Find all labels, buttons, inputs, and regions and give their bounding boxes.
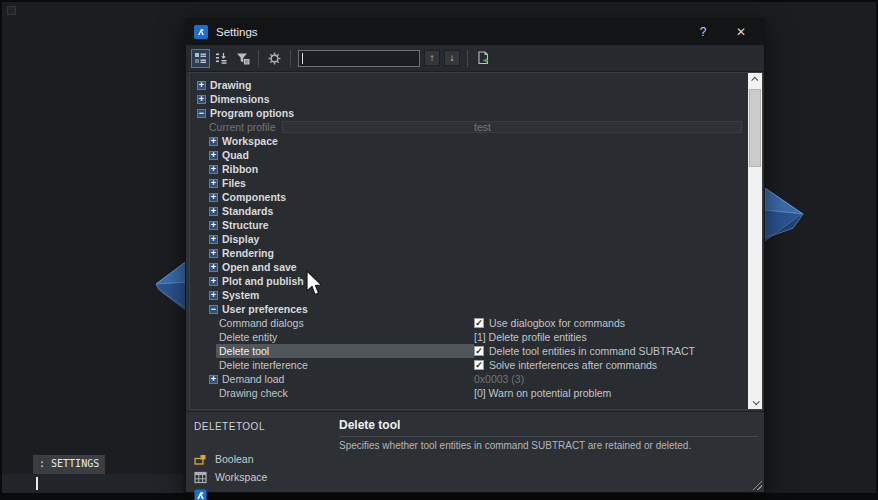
tree-row[interactable]: +Components — [190, 190, 748, 204]
setting-value: test — [474, 120, 491, 134]
checkbox[interactable]: ✓ — [474, 318, 484, 328]
setting-label: Dimensions — [210, 92, 270, 106]
boolean-icon — [194, 453, 207, 466]
find-previous-button[interactable]: ↑ — [424, 50, 440, 66]
search-field-wrap — [298, 50, 420, 67]
setting-label: Open and save — [222, 260, 297, 274]
expand-icon[interactable]: + — [209, 137, 218, 146]
collapse-icon[interactable]: − — [209, 305, 218, 314]
setting-value: Delete tool entities in command SUBTRACT — [489, 344, 695, 358]
setting-label: Quad — [222, 148, 249, 162]
search-caret — [302, 53, 303, 64]
tree-row[interactable]: +Display — [190, 232, 748, 246]
tree-row[interactable]: Delete interference✓Solve interferences … — [190, 358, 748, 372]
command-input-bar[interactable] — [2, 474, 183, 493]
resize-grip[interactable] — [753, 481, 762, 490]
filter-button[interactable] — [233, 49, 252, 68]
tree-row[interactable]: Delete tool✓Delete tool entities in comm… — [190, 344, 748, 358]
cad-canvas[interactable]: : SETTINGS Settings ? ✕ — [2, 2, 876, 493]
setting-value: [1] Delete profile entities — [474, 330, 587, 344]
tree-row[interactable]: +Standards — [190, 204, 748, 218]
tree-row[interactable]: Current profiletest — [190, 120, 748, 134]
tree-row[interactable]: +Workspace — [190, 134, 748, 148]
expand-icon[interactable]: + — [209, 263, 218, 272]
checkbox[interactable]: ✓ — [474, 346, 484, 356]
tree-row[interactable]: +Dimensions — [190, 92, 748, 106]
close-button[interactable]: ✕ — [726, 25, 756, 39]
configure-button[interactable] — [265, 49, 284, 68]
tree-row[interactable]: +Drawing — [190, 78, 748, 92]
setting-value: Use dialogbox for commands — [489, 316, 625, 330]
tree-row[interactable]: +Plot and publish — [190, 274, 748, 288]
setting-value: Solve interferences after commands — [489, 358, 657, 372]
expand-icon[interactable]: + — [209, 277, 218, 286]
scroll-up-button[interactable] — [748, 73, 762, 86]
vertical-scrollbar[interactable] — [748, 73, 762, 409]
collapse-icon[interactable]: − — [197, 109, 206, 118]
expand-icon[interactable]: + — [209, 291, 218, 300]
search-input[interactable] — [299, 51, 419, 66]
expand-icon[interactable]: + — [197, 95, 206, 104]
command-caret — [36, 477, 38, 490]
tree-row[interactable]: +Open and save — [190, 260, 748, 274]
dialog-titlebar[interactable]: Settings ? ✕ — [186, 19, 764, 45]
setting-label: Delete tool — [219, 344, 269, 358]
scrollbar-thumb[interactable] — [749, 89, 761, 167]
expand-icon[interactable]: + — [197, 81, 206, 90]
export-button[interactable] — [474, 49, 493, 68]
setting-detail-panel: DELETETOOL Delete tool Specifies whether… — [186, 411, 764, 492]
setting-label: Ribbon — [222, 162, 258, 176]
expand-icon[interactable]: + — [209, 179, 218, 188]
setting-label: Drawing check — [219, 386, 288, 400]
scroll-down-button[interactable] — [748, 396, 762, 409]
expand-icon[interactable]: + — [209, 375, 218, 384]
setting-label: Delete entity — [219, 330, 277, 344]
toolbar-separator — [467, 50, 468, 67]
tree-row[interactable]: +Rendering — [190, 246, 748, 260]
settings-tree: +Drawing+Dimensions−Program optionsCurre… — [190, 73, 748, 409]
tree-row[interactable]: +System — [190, 288, 748, 302]
expand-icon[interactable]: + — [209, 193, 218, 202]
tree-row[interactable]: Delete entity[1] Delete profile entities — [190, 330, 748, 344]
related-link-workspace[interactable]: Workspace — [194, 468, 267, 486]
setting-value: [0] Warn on potential problem — [474, 386, 611, 400]
expand-icon[interactable]: + — [209, 221, 218, 230]
tree-row[interactable]: +Quad — [190, 148, 748, 162]
tree-row[interactable]: −Program options — [190, 106, 748, 120]
tree-row[interactable]: +Structure — [190, 218, 748, 232]
setting-label: Display — [222, 232, 259, 246]
setting-label: Workspace — [222, 134, 278, 148]
categorized-view-button[interactable] — [191, 49, 210, 68]
tree-row[interactable]: −User preferences — [190, 302, 748, 316]
help-button[interactable]: ? — [688, 25, 718, 39]
toolbar-separator — [258, 50, 259, 67]
expand-icon[interactable]: + — [209, 235, 218, 244]
tree-row[interactable]: +Ribbon — [190, 162, 748, 176]
setting-label: Demand load — [222, 372, 284, 386]
related-link-label: Boolean — [215, 453, 254, 465]
related-link-boolean[interactable]: Boolean — [194, 450, 267, 468]
expand-icon[interactable]: + — [209, 249, 218, 258]
expand-icon[interactable]: + — [209, 151, 218, 160]
setting-label: System — [222, 288, 259, 302]
checkbox[interactable]: ✓ — [474, 360, 484, 370]
bricscad-logo-icon — [194, 25, 208, 39]
tree-row[interactable]: +Demand load0x0003 (3) — [190, 372, 748, 386]
workspace-icon — [194, 471, 207, 484]
tree-row[interactable]: Drawing check[0] Warn on potential probl… — [190, 386, 748, 400]
tree-row[interactable]: Command dialogs✓Use dialogbox for comman… — [190, 316, 748, 330]
bricscad-icon — [194, 489, 207, 500]
expand-icon[interactable]: + — [209, 165, 218, 174]
toolbar-separator — [290, 50, 291, 67]
find-next-button[interactable]: ↓ — [444, 50, 460, 66]
settings-toolbar: ↑ ↓ — [186, 45, 764, 72]
related-links: BooleanWorkspace — [194, 450, 267, 500]
related-link-bricscad[interactable] — [194, 486, 267, 500]
left-arrow-entity — [150, 258, 188, 314]
expand-icon[interactable]: + — [209, 207, 218, 216]
setting-label: Drawing — [210, 78, 251, 92]
variable-name: DELETETOOL — [194, 421, 265, 432]
alphabetic-view-button[interactable] — [212, 49, 231, 68]
settings-dialog: Settings ? ✕ — [185, 18, 765, 493]
tree-row[interactable]: +Files — [190, 176, 748, 190]
